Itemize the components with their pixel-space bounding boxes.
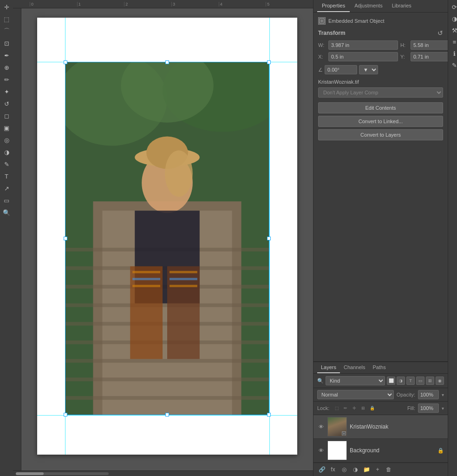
filter-search-icon: 🔍 (317, 378, 324, 384)
tool-zoom[interactable]: 🔍 (1, 207, 12, 218)
tool-eraser[interactable]: ◻ (1, 111, 12, 121)
svg-rect-22 (132, 271, 160, 273)
filter-adjustment-btn[interactable]: ◑ (397, 377, 405, 385)
fill-input[interactable] (418, 403, 439, 413)
tool-dodge[interactable]: ◑ (1, 147, 12, 157)
tool-spot-healing[interactable]: ⊕ (1, 62, 12, 73)
tab-properties[interactable]: Properties (317, 0, 350, 12)
tool-blur[interactable]: ◎ (1, 135, 12, 145)
tool-path-selection[interactable]: ↗ (1, 183, 12, 193)
handle-bottom-center[interactable] (165, 413, 169, 416)
fill-label: Fill: (407, 405, 415, 411)
layer-item-kristanwozniak[interactable]: 👁 KristanWozniak (313, 415, 448, 439)
tab-libraries[interactable]: Libraries (387, 0, 416, 12)
layer-new-icon[interactable]: + (373, 465, 382, 474)
layer-adjustment-icon[interactable]: ◑ (351, 465, 360, 474)
layer-name-background: Background (350, 447, 435, 454)
filter-text-btn[interactable]: T (406, 377, 415, 385)
layer-group-icon[interactable]: 📁 (362, 465, 371, 474)
layer-fx-icon[interactable]: fx (328, 465, 338, 474)
tool-move[interactable]: ✛ (1, 2, 12, 12)
smart-object-label: Embedded Smart Object (328, 18, 384, 24)
angle-dropdown[interactable]: ▼ (359, 65, 378, 74)
ruler-mark-4: 4 (219, 2, 266, 7)
canvas-viewport[interactable] (21, 8, 313, 470)
handle-middle-right[interactable] (267, 237, 271, 240)
handle-top-center[interactable] (165, 60, 169, 64)
tools-icon[interactable]: ⚒ (450, 25, 457, 35)
filter-toggle-btn[interactable]: ◉ (436, 377, 444, 385)
info-icon[interactable]: ℹ (450, 48, 457, 59)
handle-top-left[interactable] (64, 60, 67, 64)
ruler-vertical (13, 8, 21, 470)
filter-kind-select[interactable]: Kind (326, 376, 385, 385)
layer-comp-select[interactable]: Don't Apply Layer Comp (318, 87, 443, 98)
x-input[interactable] (328, 52, 398, 61)
tab-adjustments[interactable]: Adjustments (350, 0, 387, 12)
svg-rect-10 (65, 377, 269, 381)
right-panel: Properties Adjustments Libraries Embedde… (313, 0, 448, 476)
blend-mode-select[interactable]: Normal (317, 390, 394, 399)
tool-clone-stamp[interactable]: ✦ (1, 86, 12, 97)
adjustments-icon[interactable]: ◑ (450, 13, 457, 24)
handle-bottom-left[interactable] (64, 413, 67, 416)
layer-thumb-background (327, 441, 347, 460)
history-icon[interactable]: ⟳ (450, 2, 457, 12)
horizontal-scrollbar[interactable] (13, 470, 313, 476)
width-label: W: (318, 42, 326, 48)
tab-channels[interactable]: Channels (340, 362, 369, 373)
filter-smartobj-btn[interactable]: ⊞ (426, 377, 434, 385)
lock-artboard-btn[interactable]: ⊞ (359, 404, 367, 412)
tool-text[interactable]: T (1, 171, 12, 181)
layer-comp-icon[interactable]: ≡ (450, 37, 457, 47)
tab-layers[interactable]: Layers (317, 362, 340, 373)
tool-lasso[interactable]: ⌒ (1, 26, 12, 36)
lock-position-btn[interactable]: ✛ (351, 404, 358, 412)
tool-gradient[interactable]: ▣ (1, 123, 12, 133)
handle-top-right[interactable] (267, 60, 271, 64)
layers-panel: Layers Channels Paths 🔍 Kind ⬜ ◑ T ▭ (313, 362, 448, 476)
convert-to-linked-button[interactable]: Convert to Linked... (318, 116, 443, 127)
width-input[interactable] (328, 40, 398, 50)
tool-history-brush[interactable]: ↺ (1, 99, 12, 109)
edit-contents-button[interactable]: Edit Contents (318, 102, 443, 113)
handle-bottom-right[interactable] (267, 413, 271, 416)
scrollbar-thumb[interactable] (16, 472, 44, 475)
layer-link-icon[interactable]: 🔗 (317, 465, 326, 474)
filter-pixel-btn[interactable]: ⬜ (387, 377, 395, 385)
tool-selection[interactable]: ⬚ (1, 14, 12, 24)
transform-title: Transform (318, 30, 346, 36)
canvas-area: 0 1 2 3 4 5 (13, 0, 313, 476)
ruler-mark-2: 2 (124, 2, 171, 7)
reset-transform-icon[interactable]: ↺ (437, 29, 443, 37)
tool-pen[interactable]: ✎ (1, 159, 12, 169)
layer-eye-kristanwozniak[interactable]: 👁 (317, 423, 325, 430)
tool-brush[interactable]: ✏ (1, 74, 12, 85)
ruler-mark-5: 5 (266, 2, 313, 7)
tool-eyedropper[interactable]: ✒ (1, 50, 12, 60)
angle-input[interactable] (325, 65, 357, 74)
tool-shape[interactable]: ▭ (1, 195, 12, 205)
x-label: X: (318, 54, 326, 60)
tool-crop[interactable]: ⊡ (1, 38, 12, 48)
lock-transparency-btn[interactable]: ⬚ (333, 404, 340, 412)
properties-body: Embedded Smart Object Transform ↺ W: H: (313, 13, 448, 361)
notes-icon[interactable]: ✎ (450, 60, 457, 70)
filter-shape-btn[interactable]: ▭ (416, 377, 424, 385)
smart-object-type: Embedded Smart Object (318, 17, 443, 25)
convert-to-layers-button[interactable]: Convert to Layers (318, 129, 443, 140)
layer-mask-icon[interactable]: ◎ (339, 465, 349, 474)
layer-item-background[interactable]: 👁 Background 🔒 (313, 439, 448, 463)
opacity-input[interactable] (418, 390, 439, 399)
layer-delete-icon[interactable]: 🗑 (384, 465, 393, 474)
handle-middle-left[interactable] (64, 237, 67, 240)
tab-paths[interactable]: Paths (369, 362, 390, 373)
layer-eye-background[interactable]: 👁 (317, 447, 325, 454)
lock-all-btn[interactable]: 🔒 (368, 404, 376, 412)
scrollbar-track[interactable] (16, 472, 109, 475)
svg-rect-25 (170, 271, 197, 273)
svg-point-18 (165, 151, 193, 197)
selected-layer[interactable] (65, 62, 269, 415)
lock-row: Lock: ⬚ ✏ ✛ ⊞ 🔒 Fill: ▾ (313, 402, 448, 415)
lock-image-btn[interactable]: ✏ (342, 404, 349, 412)
